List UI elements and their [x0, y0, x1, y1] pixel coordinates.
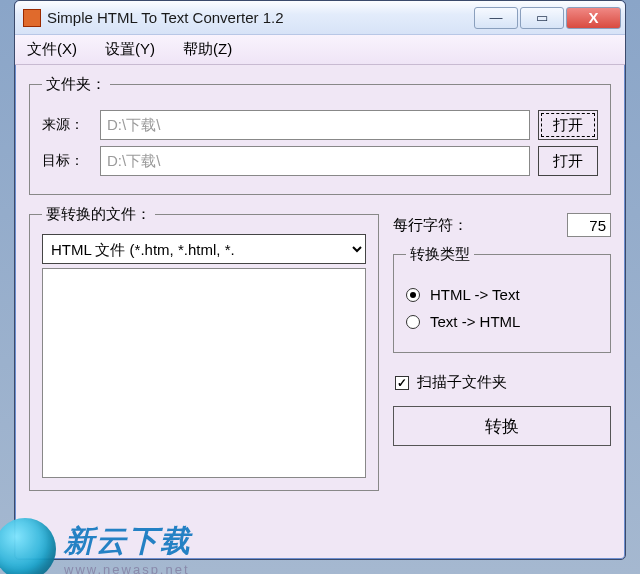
watermark-icon [0, 518, 56, 574]
watermark-text: 新云下载 www.newasp.net [64, 521, 192, 574]
menu-settings[interactable]: 设置(Y) [105, 40, 155, 59]
filetype-select[interactable]: HTML 文件 (*.htm, *.html, *. [42, 234, 366, 264]
maximize-button[interactable]: ▭ [520, 7, 564, 29]
type-legend: 转换类型 [406, 245, 474, 264]
radio-html-to-text[interactable]: HTML -> Text [406, 286, 598, 303]
minimize-button[interactable]: — [474, 7, 518, 29]
menubar: 文件(X) 设置(Y) 帮助(Z) [15, 35, 625, 65]
type-group: 转换类型 HTML -> Text Text -> HTML [393, 245, 611, 353]
right-column: 每行字符： 转换类型 HTML -> Text Text -> HTML ✓ [393, 205, 611, 501]
source-row: 来源： 打开 [42, 110, 598, 140]
chars-row: 每行字符： [393, 213, 611, 237]
target-row: 目标： 打开 [42, 146, 598, 176]
checkbox-icon: ✓ [395, 376, 409, 390]
folders-group: 文件夹： 来源： 打开 目标： 打开 [29, 75, 611, 195]
close-button[interactable]: X [566, 7, 621, 29]
app-window: Simple HTML To Text Converter 1.2 — ▭ X … [14, 0, 626, 560]
target-label: 目标： [42, 152, 100, 170]
menu-file[interactable]: 文件(X) [27, 40, 77, 59]
window-title: Simple HTML To Text Converter 1.2 [47, 9, 474, 26]
files-legend: 要转换的文件： [42, 205, 155, 224]
lower-area: 要转换的文件： HTML 文件 (*.htm, *.html, *. 每行字符：… [29, 205, 611, 501]
radio-icon [406, 288, 420, 302]
target-open-button[interactable]: 打开 [538, 146, 598, 176]
client-area: 文件夹： 来源： 打开 目标： 打开 要转换的文件： HTML 文件 (*.ht… [15, 65, 625, 515]
chars-input[interactable] [567, 213, 611, 237]
file-list[interactable] [42, 268, 366, 478]
convert-button[interactable]: 转换 [393, 406, 611, 446]
radio-icon [406, 315, 420, 329]
window-controls: — ▭ X [474, 7, 625, 29]
radio-label: HTML -> Text [430, 286, 520, 303]
watermark-main: 新云下载 [64, 521, 192, 562]
folders-legend: 文件夹： [42, 75, 110, 94]
radio-text-to-html[interactable]: Text -> HTML [406, 313, 598, 330]
titlebar[interactable]: Simple HTML To Text Converter 1.2 — ▭ X [15, 1, 625, 35]
watermark: 新云下载 www.newasp.net [0, 518, 192, 574]
scan-subfolders-checkbox[interactable]: ✓ 扫描子文件夹 [395, 373, 611, 392]
source-label: 来源： [42, 116, 100, 134]
target-path-input[interactable] [100, 146, 530, 176]
watermark-url: www.newasp.net [64, 562, 192, 574]
checkbox-label: 扫描子文件夹 [417, 373, 507, 392]
files-group: 要转换的文件： HTML 文件 (*.htm, *.html, *. [29, 205, 379, 491]
source-open-button[interactable]: 打开 [538, 110, 598, 140]
chars-label: 每行字符： [393, 216, 567, 235]
radio-label: Text -> HTML [430, 313, 520, 330]
menu-help[interactable]: 帮助(Z) [183, 40, 232, 59]
app-icon [23, 9, 41, 27]
source-path-input[interactable] [100, 110, 530, 140]
